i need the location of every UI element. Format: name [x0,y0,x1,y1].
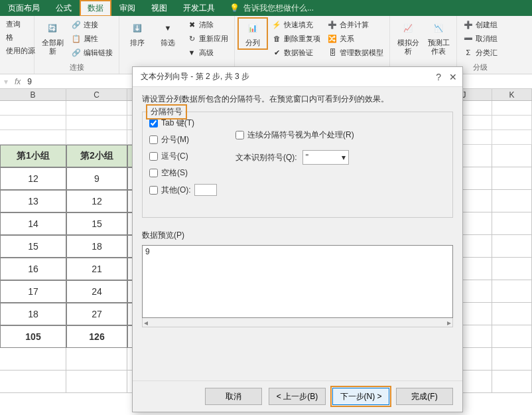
cell[interactable]: 17 [0,280,66,303]
text-qualifier-select[interactable]: " ▾ [302,150,349,165]
btn-finish[interactable]: 完成(F) [396,388,453,405]
btn-subtotal[interactable]: Σ分类汇 [461,46,499,58]
relations-icon: 🔀 [327,33,338,44]
btn-sort[interactable]: ⬇️ 排序 [123,19,151,48]
btn-flash-fill[interactable]: ⚡快速填充 [269,19,322,31]
dialog-title: 文本分列向导 - 第 2 步, 共 3 步 [141,71,249,82]
chk-space[interactable]: 空格(S) [149,167,229,179]
btn-consolidate[interactable]: ➕合并计算 [325,19,385,31]
tab-review[interactable]: 审阅 [111,0,143,17]
cell[interactable]: 12 [0,167,66,190]
chevron-down-icon: ▾ [342,153,346,162]
sort-icon: ⬇️ [129,20,146,37]
cell[interactable]: 15 [0,235,66,258]
btn-table[interactable]: 格 [4,32,30,43]
btn-cancel[interactable]: 取消 [205,388,262,405]
texttocol-icon: 📊 [244,20,261,37]
tell-me-text: 告诉我您想做什么... [243,3,314,14]
cell[interactable]: 126 [66,325,127,348]
group-outline-label: 分级 [461,61,499,72]
cell[interactable] [66,371,127,393]
btn-next[interactable]: 下一步(N) > [332,388,389,405]
datavalid-icon: ✔ [271,47,282,58]
other-input[interactable] [194,184,217,196]
text-to-columns-dialog: 文本分列向导 - 第 2 步, 共 3 步 ? ✕ 请设置分列数据所包含的分隔符… [132,66,463,412]
clear-icon: ✖ [186,19,197,30]
filter-icon: ▼ [159,20,176,37]
btn-remove-dup[interactable]: 🗑删除重复项 [269,33,322,44]
cell[interactable] [66,348,127,371]
tab-formula[interactable]: 公式 [48,0,80,17]
chk-consecutive[interactable]: 连续分隔符号视为单个处理(R) [235,129,446,141]
dialog-close[interactable]: ✕ [449,72,457,82]
model-icon: 🗄 [327,47,338,58]
preview-scrollbar[interactable]: ◂ ▸ [142,318,453,327]
subtotal-icon: Σ [463,47,474,58]
cell[interactable]: 12 [66,190,127,212]
btn-whatif[interactable]: 📈 模拟分析 [394,19,422,57]
ungroup-icon: ➖ [463,33,474,44]
btn-relations[interactable]: 🔀关系 [325,33,385,44]
btn-manage-model[interactable]: 🗄管理数据模型 [325,46,385,58]
cell[interactable]: 14 [0,212,66,235]
fx-label: fx [15,77,21,86]
preview-label: 数据预览(P) [142,230,453,241]
flashfill-icon: ⚡ [271,19,282,30]
btn-data-valid[interactable]: ✔数据验证 [269,46,322,58]
reapply-icon: ↻ [186,33,197,44]
chk-other[interactable]: 其他(O): [149,184,229,196]
tab-data[interactable]: 数据 [80,0,111,17]
btn-ungroup[interactable]: ➖取消组 [461,33,499,44]
cell[interactable]: 13 [0,190,66,212]
cell[interactable] [0,348,66,371]
cell[interactable]: 15 [66,212,127,235]
chk-tab[interactable]: Tab 键(T) [149,118,229,129]
btn-properties[interactable]: 📋属性 [69,33,115,44]
btn-clear[interactable]: ✖清除 [184,19,230,31]
dialog-help[interactable]: ? [436,72,441,82]
cell[interactable]: 18 [0,303,66,325]
btn-edit-links[interactable]: 🔗编辑链接 [69,46,115,58]
cell[interactable]: 9 [66,167,127,190]
forecast-icon: 📉 [430,20,447,37]
btn-recent[interactable]: 使用的源 [4,45,30,56]
editlink-icon: 🔗 [71,47,82,58]
col-header-B[interactable]: B [0,89,66,100]
cell[interactable]: 18 [66,235,127,258]
btn-text-to-columns[interactable]: 📊 分列 [239,19,267,48]
cell[interactable]: 第1小组 [0,145,66,167]
tell-me[interactable]: 💡 告诉我您想做什么... [223,3,320,14]
tab-view[interactable]: 视图 [143,0,175,17]
whatif-icon: 📈 [399,20,417,37]
props-icon: 📋 [71,33,82,44]
cell[interactable]: 21 [66,258,127,280]
cell[interactable]: 第2小组 [66,145,127,167]
preview-box: 9 [142,245,453,318]
delimiters-legend: 分隔符号 [148,106,185,118]
dialog-instruction: 请设置分列数据所包含的分隔符号。在预览窗口内可看到分列的效果。 [142,94,453,105]
removedup-icon: 🗑 [271,33,282,44]
btn-connections[interactable]: 🔗连接 [69,19,115,31]
advanced-icon: ▼ [186,47,197,58]
tab-pagelayout[interactable]: 页面布局 [0,0,48,17]
btn-advanced[interactable]: ▼高级 [184,46,230,58]
btn-query[interactable]: 查询 [4,19,30,30]
tab-dev[interactable]: 开发工具 [175,0,223,17]
link-icon: 🔗 [71,19,82,30]
btn-back[interactable]: < 上一步(B) [269,388,326,405]
col-header-K[interactable]: K [492,89,532,100]
chk-comma[interactable]: 逗号(C) [149,151,229,162]
btn-filter[interactable]: ▼ 筛选 [154,19,182,48]
btn-group-create[interactable]: ➕创建组 [461,19,499,31]
btn-reapply[interactable]: ↻重新应用 [184,33,230,44]
cell[interactable]: 16 [0,258,66,280]
chk-semicolon[interactable]: 分号(M) [149,134,229,145]
col-header-C[interactable]: C [66,89,127,100]
cell[interactable]: 27 [66,303,127,325]
cell[interactable]: 105 [0,325,66,348]
btn-refresh-all[interactable]: 🔄 全部刷新 [38,19,66,57]
cell[interactable] [0,371,66,393]
formula-value[interactable]: 9 [27,77,32,86]
cell[interactable]: 24 [66,280,127,303]
btn-forecast[interactable]: 📉 预测工作表 [425,19,452,57]
